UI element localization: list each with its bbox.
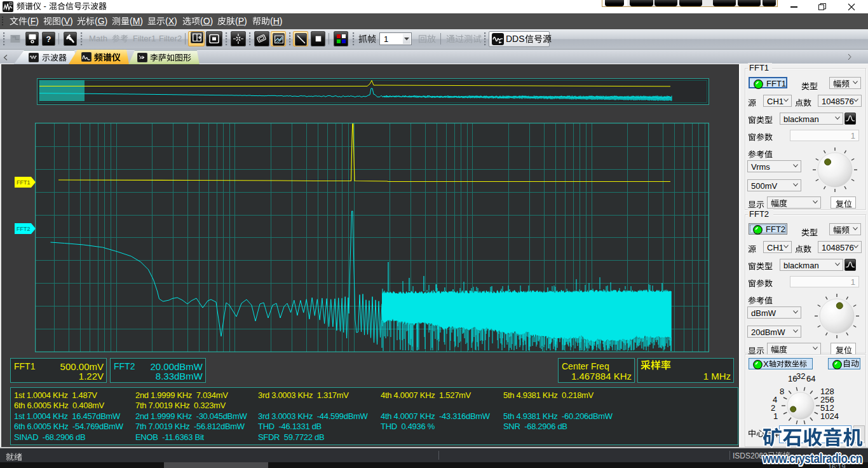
svg-text:FFT2: FFT2 bbox=[17, 226, 31, 232]
svg-text:FFT1: FFT1 bbox=[17, 179, 31, 186]
